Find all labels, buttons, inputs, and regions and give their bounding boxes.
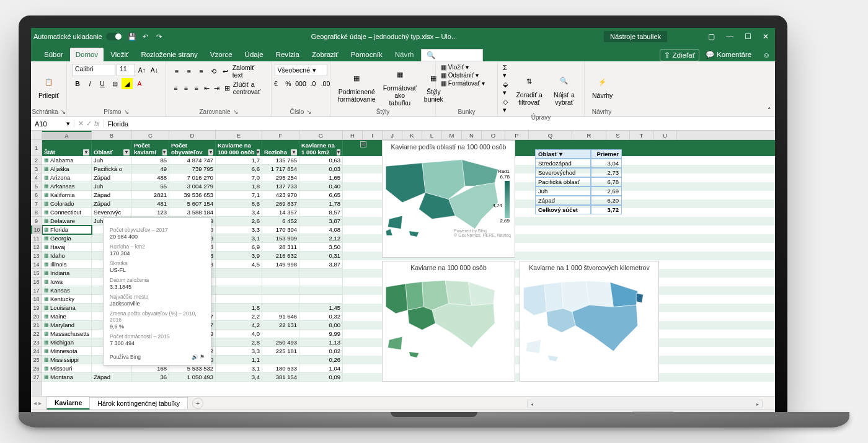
cell-cafes[interactable]: 85 [132, 156, 169, 165]
cell-per1000km[interactable]: 0,40 [299, 182, 343, 191]
conditional-formatting-button[interactable]: ▦Podmienené formátovanie [335, 68, 378, 104]
cell-per100k[interactable]: 3,4 [216, 208, 262, 217]
number-format-combo[interactable]: Všeobecné▾ [275, 64, 327, 76]
cell-area[interactable] [262, 330, 299, 338]
cell-per1000km[interactable] [299, 278, 343, 286]
cell-per100k[interactable]: 3,1 [216, 364, 262, 373]
filter-dropdown-icon[interactable]: ▾ [291, 149, 297, 156]
redo-icon[interactable]: ↷ [154, 32, 164, 42]
cell-area[interactable]: 28 311 [262, 243, 299, 252]
cell-per1000km[interactable]: 6,65 [299, 191, 343, 200]
cell-state[interactable]: ▦Montana [42, 373, 92, 382]
indent-inc-icon[interactable]: ⇥ [212, 82, 221, 94]
pivot-region[interactable]: Pacifická oblasť [535, 177, 591, 186]
align-center-icon[interactable]: ≡ [182, 82, 191, 94]
cell-cafes[interactable]: 168 [132, 364, 169, 373]
pivot-region[interactable]: Juh [535, 186, 591, 196]
cell-per100k[interactable]: 4,0 [216, 330, 262, 338]
pivot-region[interactable]: Severovýchod [535, 168, 591, 177]
share-button[interactable]: ⇪ Zdieľať [660, 49, 699, 61]
cell-state[interactable]: ▦Illinois [42, 260, 92, 269]
minimize-icon[interactable]: — [726, 32, 733, 41]
cell-area[interactable]: 6 452 [262, 217, 299, 226]
cell-per100k[interactable]: 1,8 [216, 304, 262, 312]
find-select-button[interactable]: 🔍Nájsť a vybrať [549, 71, 579, 107]
cell-state[interactable]: ▦Florida [42, 226, 92, 234]
orientation-icon[interactable]: ⟲ [208, 66, 219, 77]
cell-region[interactable]: Západ [92, 191, 132, 200]
cell-pop[interactable]: 7 016 270 [169, 173, 216, 182]
cell-area[interactable]: 225 181 [262, 347, 299, 356]
cell-per100k[interactable]: 3,4 [216, 373, 262, 382]
pivot-value[interactable]: 2,73 [591, 168, 622, 177]
cell-per100k[interactable]: 3,3 [216, 226, 262, 234]
ideas-button[interactable]: ⚡Návrhy [590, 72, 615, 100]
cell-state[interactable]: ▦Massachusetts [42, 330, 92, 338]
cell-region[interactable] [92, 364, 132, 373]
cell-state[interactable]: ▦Arkansas [42, 182, 92, 191]
cell-area[interactable]: 91 646 [262, 312, 299, 321]
currency-icon[interactable]: € [270, 78, 281, 89]
cell-region[interactable]: Západ [92, 373, 132, 382]
cell-area[interactable]: 180 533 [262, 364, 299, 373]
cell-per1000km[interactable] [299, 295, 343, 304]
autosave-toggle[interactable] [106, 33, 122, 40]
cell-per1000km[interactable]: 0,09 [299, 373, 343, 382]
comma-icon[interactable]: 000 [295, 78, 306, 89]
cell-state[interactable]: ▦Idaho [42, 252, 92, 260]
cell-per100k[interactable]: 3,1 [216, 234, 262, 243]
card-flag-icon[interactable]: ⚑ [200, 354, 205, 360]
cell-pop[interactable]: 1 050 493 [169, 373, 216, 382]
cell-area[interactable]: 1 717 854 [262, 165, 299, 173]
cell-per1000km[interactable]: 8,57 [299, 208, 343, 217]
filter-dropdown-icon[interactable]: ▾ [208, 149, 213, 156]
cell-area[interactable] [262, 356, 299, 364]
insert-data-icon[interactable]: ▦ [360, 141, 366, 147]
cell-per1000km[interactable]: 8,00 [299, 321, 343, 330]
pivot-table[interactable]: Oblasť ▾ Priemer Stredozápad3,04Severový… [535, 149, 622, 214]
cell-per1000km[interactable]: 2,12 [299, 234, 343, 243]
cell-state[interactable]: ▦Colorado [42, 200, 92, 208]
tab-page-layout[interactable]: Rozloženie strany [135, 48, 203, 61]
filter-dropdown-icon[interactable]: ▾ [257, 149, 260, 156]
cell-state[interactable]: ▦Kentucky [42, 295, 92, 304]
inc-decimal-icon[interactable]: .0 [308, 78, 319, 89]
align-right-icon[interactable]: ≡ [192, 82, 201, 94]
cell-state[interactable]: ▦Louisiana [42, 304, 92, 312]
filter-dropdown-icon[interactable]: ▾ [123, 149, 130, 156]
tell-me-search[interactable]: 🔍 Hľadať [421, 49, 483, 61]
cell-state[interactable]: ▦Michigan [42, 338, 92, 347]
collapse-ribbon-icon[interactable]: ˄ [768, 107, 771, 114]
cell-per100k[interactable]: 4,5 [216, 260, 262, 269]
insert-cells-button[interactable]: ▦ Vložiť ▾ [441, 64, 469, 71]
cell-pop[interactable]: 5 607 154 [169, 200, 216, 208]
cell-cafes[interactable]: 481 [132, 200, 169, 208]
cell-per1000km[interactable]: 0,03 [299, 165, 343, 173]
cell-region[interactable]: Severovýc [92, 208, 132, 217]
horizontal-scrollbar[interactable]: ◂▸ [527, 400, 763, 408]
cancel-formula-icon[interactable]: ✕ [78, 120, 84, 128]
cell-per100k[interactable]: 6,9 [216, 243, 262, 252]
cell-area[interactable]: 22 131 [262, 321, 299, 330]
cell-per100k[interactable]: 2,6 [216, 217, 262, 226]
format-as-table-button[interactable]: ▦Formátovať ako tabuľku [381, 64, 419, 108]
cell-area[interactable]: 423 970 [262, 191, 299, 200]
cell-per1000km[interactable]: 1,78 [299, 200, 343, 208]
sort-filter-button[interactable]: ⇅Zoradiť a filtrovať [512, 71, 547, 107]
formula-bar[interactable]: Florida [104, 120, 775, 128]
sheet-tab-kaviarne[interactable]: Kaviarne [46, 397, 90, 410]
cell-state[interactable]: ▦Maine [42, 312, 92, 321]
merge-button[interactable]: ⊞ [223, 82, 232, 94]
cell-per100k[interactable]: 3,3 [216, 347, 262, 356]
map-chart-per100k[interactable]: Kaviarne na 100 000 osôb [382, 261, 515, 382]
cell-area[interactable] [262, 278, 299, 286]
pivot-region[interactable]: Stredozápad [535, 159, 591, 168]
tab-data[interactable]: Údaje [239, 48, 269, 61]
tab-home[interactable]: Domov [70, 48, 104, 61]
cell-per1000km[interactable]: 0,82 [299, 347, 343, 356]
cell-region[interactable]: Západ [92, 173, 132, 182]
cell-state[interactable]: ▦Aljaška [42, 165, 92, 173]
cell-per100k[interactable]: 1,7 [216, 156, 262, 165]
cell-per100k[interactable]: 2,8 [216, 338, 262, 347]
cell-area[interactable] [262, 295, 299, 304]
